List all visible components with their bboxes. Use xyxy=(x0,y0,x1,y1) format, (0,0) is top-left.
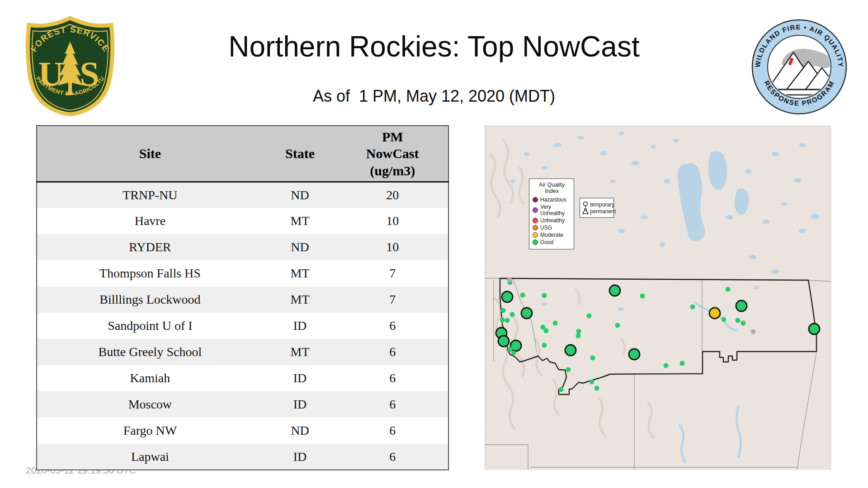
cell-state: MT xyxy=(263,260,337,286)
monitor-small-good xyxy=(553,321,558,326)
table-row: Sandpoint U of IID6 xyxy=(37,313,448,339)
cell-site: Lapwai xyxy=(37,444,263,470)
permanent-label: permanent xyxy=(590,208,616,215)
aqi-legend-title: Air Quality Index xyxy=(533,182,571,194)
cell-site: Sandpoint U of I xyxy=(37,313,263,339)
cell-state: ND xyxy=(263,418,337,444)
table-row: Butte Greely SchoolMT6 xyxy=(37,339,448,365)
monitor-small-good xyxy=(542,293,547,298)
monitor-small-good xyxy=(508,347,513,352)
cell-pm: 6 xyxy=(337,313,448,339)
wfaqrp-logo: WILDLAND FIRE • AIR QUALITY RESPONSE PRO… xyxy=(750,18,848,117)
aqi-color-swatch xyxy=(533,239,538,245)
cell-pm: 6 xyxy=(337,339,448,365)
cell-pm: 6 xyxy=(337,418,448,444)
table-row: TRNP-NUND20 xyxy=(37,182,448,208)
cell-state: ND xyxy=(263,234,337,260)
cell-pm: 7 xyxy=(337,260,448,286)
cell-site: Fargo NW xyxy=(37,418,263,444)
cell-site: Thompson Falls HS xyxy=(37,260,263,286)
page-subtitle: As of 1 PM, May 12, 2020 (MDT) xyxy=(0,87,868,106)
cell-state: ID xyxy=(263,444,337,470)
aqi-legend-label: Very Unhealthy xyxy=(540,204,571,216)
temporary-label: temporary xyxy=(590,202,614,208)
monitor-small-good xyxy=(590,380,594,385)
cell-pm: 6 xyxy=(337,391,448,418)
monitor-small-good xyxy=(576,333,581,338)
cell-state: ID xyxy=(263,365,337,391)
forest-service-shield-icon: FOREST SERVICE DEPARTMENT OF AGRICULTURE… xyxy=(25,15,115,117)
page-title: Northern Rockies: Top NowCast xyxy=(0,30,868,63)
aqi-color-swatch xyxy=(533,197,538,202)
aqi-legend-item: Hazardous xyxy=(533,197,571,203)
table-row: RYDERND10 xyxy=(37,234,448,260)
cell-site: Billlings Lockwood xyxy=(37,286,263,313)
column-header-pm: PM NowCast (ug/m3) xyxy=(337,126,448,182)
monitor-small-good xyxy=(559,387,564,392)
monitor-small-good xyxy=(520,293,525,298)
cell-state: MT xyxy=(263,286,337,313)
aqi-legend-label: Hazardous xyxy=(540,197,566,203)
aqi-legend-item: Unhealthy xyxy=(533,217,571,224)
aqi-color-swatch xyxy=(533,232,538,238)
monitor-large-good xyxy=(521,308,532,319)
permanent-monitor-icon xyxy=(582,208,589,215)
cell-state: MT xyxy=(263,208,337,234)
aqi-legend-item: Very Unhealthy xyxy=(533,204,571,216)
cell-site: Havre xyxy=(37,208,263,234)
monitor-small-good xyxy=(566,367,571,372)
cell-site: Moscow xyxy=(37,391,263,418)
monitor-small-good xyxy=(505,318,510,323)
cell-pm: 20 xyxy=(337,182,448,208)
fs-letter-s: S xyxy=(80,54,99,94)
monitor-small-good xyxy=(594,386,599,391)
aqi-color-swatch xyxy=(533,225,538,230)
monitor-small-good xyxy=(615,323,620,328)
aqi-legend-item: USG xyxy=(533,225,571,231)
cell-pm: 7 xyxy=(337,286,448,313)
cell-state: ID xyxy=(263,313,337,339)
monitor-large-good xyxy=(736,300,747,311)
monitor-small-nodata xyxy=(751,329,756,334)
table-header-row: Site State PM NowCast (ug/m3) xyxy=(37,126,448,182)
aqi-legend-label: Good xyxy=(540,239,553,245)
air-quality-map: Air Quality Index HazardousVery Unhealth… xyxy=(485,126,831,469)
monitor-small-good xyxy=(587,314,592,319)
monitor-small-nodata xyxy=(507,277,512,282)
aqi-legend-label: USG xyxy=(540,225,552,231)
table-row: Billlings LockwoodMT7 xyxy=(37,286,448,313)
nowcast-table: Site State PM NowCast (ug/m3) TRNP-NUND2… xyxy=(36,125,449,470)
monitor-small-good xyxy=(664,363,669,368)
table-row: Fargo NWND6 xyxy=(37,418,448,444)
monitor-small-good xyxy=(576,329,581,334)
cell-site: TRNP-NU xyxy=(37,182,263,208)
table-row: MoscowID6 xyxy=(37,391,448,418)
table-row: HavreMT10 xyxy=(37,208,448,234)
monitor-small-good xyxy=(501,308,506,313)
cell-site: Butte Greely School xyxy=(37,339,263,365)
monitor-large-good xyxy=(609,285,620,296)
monitor-type-legend: temporary permanent xyxy=(580,198,614,218)
monitor-small-good xyxy=(542,343,547,348)
fs-letter-u: U xyxy=(38,54,64,94)
aqi-legend-item: Moderate xyxy=(533,232,571,238)
monitor-small-good xyxy=(500,318,505,323)
monitor-large-good xyxy=(565,345,576,356)
column-header-state: State xyxy=(263,126,337,182)
monitor-small-good xyxy=(680,361,685,366)
cell-pm: 10 xyxy=(337,234,448,260)
monitor-small-good xyxy=(544,328,549,333)
monitor-large-moderate xyxy=(709,308,720,319)
cell-pm: 10 xyxy=(337,208,448,234)
table-row: KamiahID6 xyxy=(37,365,448,391)
forest-service-logo: FOREST SERVICE DEPARTMENT OF AGRICULTURE… xyxy=(25,15,115,118)
table-row: LapwaiID6 xyxy=(37,444,448,470)
table-row: Thompson Falls HSMT7 xyxy=(37,260,448,286)
temporary-monitor-icon xyxy=(582,201,589,208)
wfaqrp-badge-icon: WILDLAND FIRE • AIR QUALITY RESPONSE PRO… xyxy=(750,18,848,116)
monitor-small-good xyxy=(510,312,515,317)
cell-state: ID xyxy=(263,391,337,418)
monitor-small-good xyxy=(690,305,695,310)
monitor-small-good xyxy=(736,318,741,323)
aqi-legend: Air Quality Index HazardousVery Unhealth… xyxy=(529,178,574,249)
